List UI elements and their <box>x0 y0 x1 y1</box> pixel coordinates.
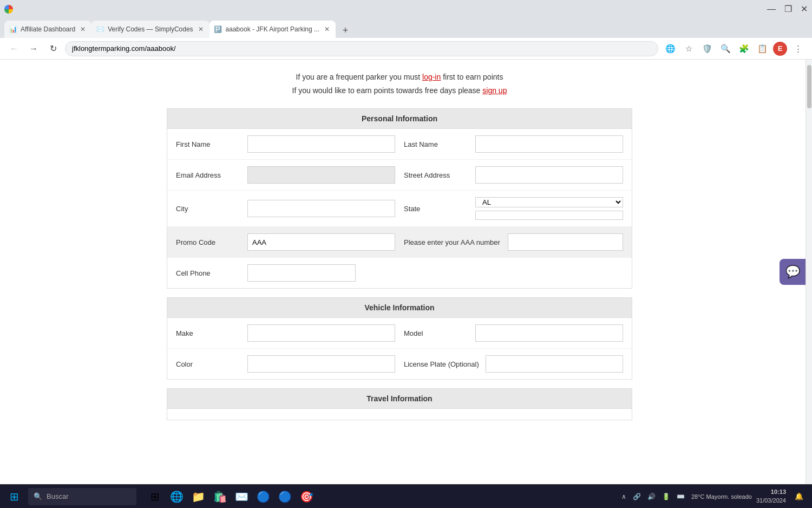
extension3-button[interactable]: 🧩 <box>736 41 751 56</box>
color-input[interactable] <box>247 355 395 373</box>
intro-section: If you are a frequent parker you must lo… <box>292 70 507 97</box>
plate-label: License Plate (Optional) <box>404 360 479 368</box>
page-scroll-area[interactable]: If you are a frequent parker you must lo… <box>0 60 806 484</box>
intro-line1-pre: If you are a frequent parker you must <box>296 73 422 81</box>
notification-button[interactable]: 🔔 <box>790 488 808 505</box>
promo-input[interactable] <box>247 233 395 251</box>
maximize-button[interactable]: ❒ <box>784 5 792 14</box>
chevron-up-icon[interactable]: ∧ <box>621 493 626 500</box>
extension4-button[interactable]: 📋 <box>755 41 770 56</box>
bookmark-button[interactable]: ☆ <box>681 41 696 56</box>
cell-label: Cell Phone <box>176 269 241 277</box>
scrollbar[interactable] <box>806 60 812 484</box>
email-input[interactable] <box>247 166 395 184</box>
state-select[interactable]: AL AK AZ AR CA CO NY TX FL <box>475 197 623 207</box>
intro-line2-pre: If you would like to earn points towards… <box>292 86 483 95</box>
promo-group: Promo Code <box>176 233 395 251</box>
cell-group: Cell Phone <box>176 264 395 282</box>
taskbar-system-tray: ∧ 🔗 🔊 🔋 ⌨️ 28°C Mayorm. soleado <box>621 493 752 500</box>
plate-input[interactable] <box>486 355 623 373</box>
last-name-input[interactable] <box>475 135 623 153</box>
new-tab-button[interactable]: + <box>338 23 353 38</box>
store-icon: 🛍️ <box>213 490 227 503</box>
tab-bar: 📊 Affiliate Dashboard ✕ ✉️ Verify Codes … <box>0 18 812 38</box>
name-row: First Name Last Name <box>167 129 632 160</box>
translate-button[interactable]: 🌐 <box>663 41 678 56</box>
tab-affiliate-dashboard[interactable]: 📊 Affiliate Dashboard ✕ <box>4 21 91 38</box>
city-group: City <box>176 200 395 217</box>
explorer-button[interactable]: 📁 <box>188 487 208 506</box>
tab-verify-codes[interactable]: ✉️ Verify Codes — SimplyCodes ✕ <box>91 21 209 38</box>
tab3-close-button[interactable]: ✕ <box>323 25 331 34</box>
cell-input[interactable] <box>247 264 356 282</box>
city-label: City <box>176 205 241 213</box>
color-label: Color <box>176 360 241 368</box>
vehicle-info-header: Vehicle Information <box>167 298 632 318</box>
minimize-button[interactable]: — <box>767 5 776 14</box>
tab2-label: Verify Codes — SimplyCodes <box>108 25 193 33</box>
app-icon: 🎯 <box>300 490 313 503</box>
model-group: Model <box>404 324 623 342</box>
address-bar[interactable] <box>65 41 658 56</box>
last-name-group: Last Name <box>404 135 623 153</box>
tab1-close-button[interactable]: ✕ <box>78 25 87 34</box>
edge-button[interactable]: 🌐 <box>167 487 186 506</box>
zip-input[interactable] <box>475 211 623 220</box>
menu-button[interactable]: ⋮ <box>790 41 806 56</box>
taskbar-search-label: Buscar <box>47 492 68 500</box>
battery-icon: 🔋 <box>662 493 670 500</box>
chat-button[interactable]: 💬 <box>780 259 806 285</box>
task-view-button[interactable]: ⊞ <box>145 487 165 506</box>
aaa-label: Please enter your AAA number <box>404 238 501 246</box>
street-group: Street Address <box>404 166 623 184</box>
plate-group: License Plate (Optional) <box>404 355 623 373</box>
promo-row: Promo Code Please enter your AAA number <box>167 227 632 258</box>
profile-button[interactable]: E <box>773 42 787 56</box>
chrome2-icon: 🔵 <box>278 490 292 503</box>
login-link[interactable]: log-in <box>422 73 441 81</box>
reload-button[interactable]: ↻ <box>45 41 61 56</box>
first-name-input[interactable] <box>247 135 395 153</box>
tab1-favicon: 📊 <box>9 25 17 34</box>
app-button[interactable]: 🎯 <box>297 487 316 506</box>
chrome-button[interactable]: 🔵 <box>253 487 273 506</box>
taskbar-search-box[interactable]: 🔍 Buscar <box>28 488 136 505</box>
extension1-button[interactable]: 🛡️ <box>699 41 715 56</box>
color-group: Color <box>176 355 395 373</box>
chrome2-button[interactable]: 🔵 <box>275 487 294 506</box>
close-button[interactable]: ✕ <box>801 5 808 14</box>
travel-info-section: Travel Information <box>167 388 632 420</box>
tab1-label: Affiliate Dashboard <box>21 25 75 33</box>
first-name-label: First Name <box>176 140 241 148</box>
intro-line1: If you are a frequent parker you must lo… <box>292 70 507 84</box>
tab2-close-button[interactable]: ✕ <box>197 25 205 34</box>
store-button[interactable]: 🛍️ <box>210 487 230 506</box>
signup-link[interactable]: sign up <box>482 86 507 95</box>
start-button[interactable]: ⊞ <box>4 487 24 506</box>
intro-line1-post: first to earn points <box>441 73 503 81</box>
aaa-number-input[interactable] <box>508 233 623 251</box>
mail-button[interactable]: ✉️ <box>232 487 251 506</box>
model-input[interactable] <box>475 324 623 342</box>
tab-aaabook[interactable]: 🅿️ aaabook - JFK Airport Parking ... ✕ <box>209 21 336 38</box>
taskbar-search-icon: 🔍 <box>34 492 42 500</box>
windows-logo-icon: ⊞ <box>10 490 19 503</box>
explorer-icon: 📁 <box>192 490 205 503</box>
taskbar-right: ∧ 🔗 🔊 🔋 ⌨️ 28°C Mayorm. soleado 10:13 31… <box>621 488 808 505</box>
make-input[interactable] <box>247 324 395 342</box>
chrome-icon: 🔵 <box>257 490 270 503</box>
last-name-label: Last Name <box>404 140 469 148</box>
scrollbar-thumb[interactable] <box>807 65 811 108</box>
back-button[interactable]: ← <box>6 41 22 56</box>
make-label: Make <box>176 329 241 337</box>
city-input[interactable] <box>247 200 395 217</box>
taskbar-datetime[interactable]: 10:13 31/03/2024 <box>756 488 786 505</box>
browser-frame: — ❒ ✕ 📊 Affiliate Dashboard ✕ ✉️ Verify … <box>0 0 812 508</box>
state-group: State AL AK AZ AR CA CO <box>404 197 623 220</box>
street-input[interactable] <box>475 166 623 184</box>
volume-icon[interactable]: 🔊 <box>647 493 656 500</box>
content-area: If you are a frequent parker you must lo… <box>0 60 812 484</box>
extension2-button[interactable]: 🔍 <box>718 41 733 56</box>
tab2-favicon: ✉️ <box>96 25 104 34</box>
forward-button[interactable]: → <box>26 41 41 56</box>
